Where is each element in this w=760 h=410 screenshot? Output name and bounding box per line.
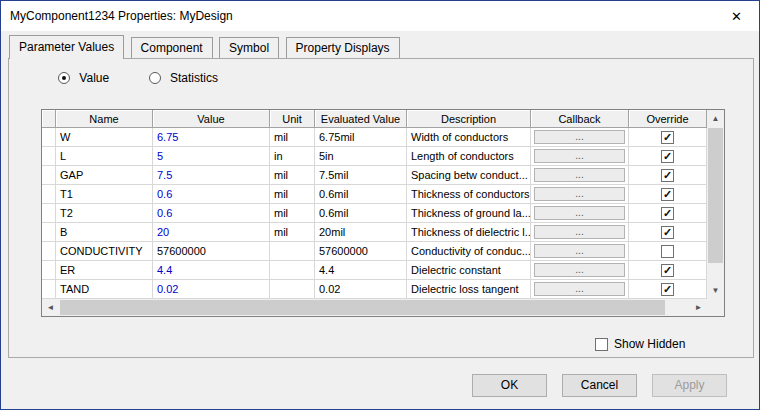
cell-name[interactable]: L <box>56 147 153 166</box>
cell-description[interactable]: Dielectric loss tangent <box>407 280 531 299</box>
cell-description[interactable]: Thickness of ground la... <box>407 204 531 223</box>
scroll-down-arrow-icon[interactable]: ▼ <box>707 282 724 299</box>
cell-unit[interactable]: mil <box>270 128 315 147</box>
cell-evaluated-value[interactable]: 7.5mil <box>315 166 407 185</box>
cell-name[interactable]: T2 <box>56 204 153 223</box>
row-selector[interactable] <box>42 223 56 242</box>
cell-unit[interactable]: in <box>270 147 315 166</box>
apply-button[interactable]: Apply <box>652 374 727 397</box>
cell-name[interactable]: T1 <box>56 185 153 204</box>
cell-unit[interactable]: mil <box>270 204 315 223</box>
cell-description[interactable]: Dielectric constant <box>407 261 531 280</box>
cell-value[interactable]: 6.75 <box>153 128 270 147</box>
ok-button[interactable]: OK <box>472 374 547 397</box>
cell-unit[interactable]: mil <box>270 166 315 185</box>
cell-name[interactable]: W <box>56 128 153 147</box>
tab-symbol[interactable]: Symbol <box>219 37 279 58</box>
row-selector[interactable] <box>42 185 56 204</box>
override-checkbox-icon[interactable]: ✓ <box>661 226 674 239</box>
horizontal-scrollbar-thumb[interactable] <box>60 300 665 315</box>
tab-property-displays[interactable]: Property Displays <box>286 37 400 58</box>
column-header-override[interactable]: Override <box>629 110 707 128</box>
cell-value[interactable]: 0.6 <box>153 185 270 204</box>
cell-unit[interactable] <box>270 261 315 280</box>
show-hidden-checkbox-icon[interactable] <box>595 338 608 351</box>
column-header-value[interactable]: Value <box>153 110 270 128</box>
cell-name[interactable]: GAP <box>56 166 153 185</box>
override-checkbox-icon[interactable]: ✓ <box>661 188 674 201</box>
override-checkbox-icon[interactable]: ✓ <box>661 169 674 182</box>
column-header-unit[interactable]: Unit <box>270 110 315 128</box>
scroll-right-arrow-icon[interactable]: ► <box>690 299 707 316</box>
row-selector[interactable] <box>42 166 56 185</box>
cell-description[interactable]: Spacing betw conduct... <box>407 166 531 185</box>
cell-value[interactable]: 4.4 <box>153 261 270 280</box>
column-header-description[interactable]: Description <box>407 110 531 128</box>
override-checkbox-icon[interactable]: ✓ <box>661 207 674 220</box>
vertical-scrollbar-thumb[interactable] <box>708 128 723 263</box>
cell-evaluated-value[interactable]: 5in <box>315 147 407 166</box>
tab-parameter-values[interactable]: Parameter Values <box>9 35 124 59</box>
callback-button[interactable]: ... <box>534 130 625 144</box>
radio-statistics[interactable]: Statistics <box>149 71 218 85</box>
cell-value[interactable]: 20 <box>153 223 270 242</box>
row-selector[interactable] <box>42 147 56 166</box>
horizontal-scrollbar[interactable]: ◄ ► <box>42 299 707 316</box>
cell-value[interactable]: 5 <box>153 147 270 166</box>
radio-value[interactable]: Value <box>58 71 109 85</box>
row-selector[interactable] <box>42 128 56 147</box>
cell-description[interactable]: Conductivity of conduc... <box>407 242 531 261</box>
callback-button[interactable]: ... <box>534 225 625 239</box>
tab-component[interactable]: Component <box>131 37 213 58</box>
cell-unit[interactable] <box>270 280 315 299</box>
callback-button[interactable]: ... <box>534 187 625 201</box>
cell-evaluated-value[interactable]: 4.4 <box>315 261 407 280</box>
row-selector[interactable] <box>42 242 56 261</box>
cell-name[interactable]: TAND <box>56 280 153 299</box>
callback-button[interactable]: ... <box>534 149 625 163</box>
callback-button[interactable]: ... <box>534 244 625 258</box>
column-header-name[interactable]: Name <box>56 110 153 128</box>
cell-evaluated-value[interactable]: 0.6mil <box>315 185 407 204</box>
cell-unit[interactable]: mil <box>270 223 315 242</box>
cell-callback: ... <box>531 261 629 280</box>
cell-evaluated-value[interactable]: 57600000 <box>315 242 407 261</box>
callback-button[interactable]: ... <box>534 263 625 277</box>
cell-value[interactable]: 57600000 <box>153 242 270 261</box>
callback-button[interactable]: ... <box>534 282 625 296</box>
cell-evaluated-value[interactable]: 20mil <box>315 223 407 242</box>
override-checkbox-icon[interactable]: ✓ <box>661 264 674 277</box>
row-selector[interactable] <box>42 280 56 299</box>
row-selector[interactable] <box>42 261 56 280</box>
close-button[interactable]: ✕ <box>714 2 759 31</box>
cell-value[interactable]: 0.6 <box>153 204 270 223</box>
cell-description[interactable]: Width of conductors <box>407 128 531 147</box>
override-checkbox-icon[interactable]: ✓ <box>661 283 674 296</box>
row-selector[interactable] <box>42 204 56 223</box>
cell-name[interactable]: B <box>56 223 153 242</box>
vertical-scrollbar[interactable]: ▲ ▼ <box>707 110 724 299</box>
scroll-left-arrow-icon[interactable]: ◄ <box>42 299 59 316</box>
override-checkbox-icon[interactable]: ✓ <box>661 131 674 144</box>
scroll-up-arrow-icon[interactable]: ▲ <box>707 110 724 127</box>
cell-description[interactable]: Length of conductors <box>407 147 531 166</box>
cell-evaluated-value[interactable]: 0.02 <box>315 280 407 299</box>
cell-evaluated-value[interactable]: 0.6mil <box>315 204 407 223</box>
cell-value[interactable]: 0.02 <box>153 280 270 299</box>
cell-name[interactable]: ER <box>56 261 153 280</box>
show-hidden-option[interactable]: Show Hidden <box>595 337 685 351</box>
cell-name[interactable]: CONDUCTIVITY <box>56 242 153 261</box>
cell-description[interactable]: Thickness of dielectric l... <box>407 223 531 242</box>
cancel-button[interactable]: Cancel <box>562 374 637 397</box>
callback-button[interactable]: ... <box>534 206 625 220</box>
override-checkbox-icon[interactable]: ✓ <box>661 150 674 163</box>
cell-unit[interactable] <box>270 242 315 261</box>
override-checkbox-icon[interactable] <box>661 245 674 258</box>
column-header-callback[interactable]: Callback <box>531 110 629 128</box>
column-header-evaluated-value[interactable]: Evaluated Value <box>315 110 407 128</box>
cell-unit[interactable]: mil <box>270 185 315 204</box>
cell-description[interactable]: Thickness of conductors <box>407 185 531 204</box>
cell-evaluated-value[interactable]: 6.75mil <box>315 128 407 147</box>
callback-button[interactable]: ... <box>534 168 625 182</box>
cell-value[interactable]: 7.5 <box>153 166 270 185</box>
